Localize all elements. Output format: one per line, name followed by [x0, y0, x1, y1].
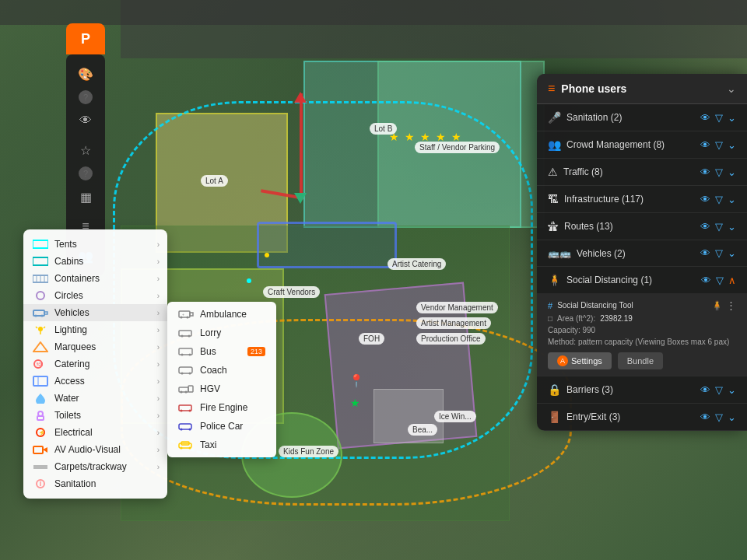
legend-arrow-toilets: ›: [157, 411, 160, 420]
social-eye-icon[interactable]: 👁: [701, 275, 711, 286]
crowd-eye-icon[interactable]: 👁: [700, 139, 710, 151]
svg-point-49: [189, 410, 191, 412]
sanitation-filter-icon[interactable]: ▽: [715, 112, 723, 124]
traffic-eye-icon[interactable]: 👁: [700, 166, 710, 178]
crowd-mgmt-icon: 👥: [548, 138, 561, 151]
vehicles-filter-icon[interactable]: ▽: [715, 247, 723, 259]
settings-button[interactable]: A Settings: [548, 352, 612, 369]
svg-rect-8: [44, 312, 47, 314]
submenu-ambulance[interactable]: + Ambulance: [167, 305, 276, 324]
logo-symbol: P: [81, 31, 90, 47]
traffic-expand-icon[interactable]: ⌄: [728, 166, 736, 178]
legend-item-toilets[interactable]: Toilets ›: [23, 407, 167, 424]
submenu-coach[interactable]: Coach: [167, 361, 276, 380]
submenu-police-car[interactable]: Police Car _: [167, 417, 276, 436]
vehicles-actions: 👁 ▽ ⌄: [700, 247, 736, 259]
bus-label: Bus: [200, 346, 216, 357]
legend-item-catering[interactable]: 🍽 Catering ›: [23, 355, 167, 373]
staff-vendor-label: Staff / Vendor Parking: [415, 142, 500, 153]
legend-item-tents[interactable]: Tents ›: [23, 236, 167, 253]
svg-rect-18: [33, 376, 47, 386]
panel-list-icon: ≡: [548, 82, 555, 96]
legend-label-toilets: Toilets: [54, 410, 81, 421]
lot-b-label: Lot B: [370, 123, 397, 135]
sub-more-icon[interactable]: ⋮: [726, 299, 736, 311]
sub-capacity-row: Capacity: 990: [548, 326, 736, 334]
sub-tool-actions: 🧍 ⋮: [711, 299, 736, 311]
svg-text:+: +: [182, 312, 184, 317]
legend-item-lighting[interactable]: Lighting ›: [23, 321, 167, 338]
social-distancing-icon: 🧍: [548, 274, 561, 286]
social-collapse-icon[interactable]: ∧: [728, 275, 736, 286]
legend-arrow-av: ›: [157, 446, 160, 454]
legend-arrow-access: ›: [157, 377, 160, 386]
svg-point-56: [189, 447, 191, 450]
submenu-hgv[interactable]: HGV: [167, 380, 276, 398]
entry-exit-filter-icon[interactable]: ▽: [715, 411, 723, 423]
star-toolbar-icon[interactable]: ☆: [72, 137, 99, 163]
infra-expand-icon[interactable]: ⌄: [728, 194, 736, 205]
legend-item-circles[interactable]: Circles ›: [23, 287, 167, 304]
bundle-button[interactable]: Bundle: [618, 352, 663, 369]
routes-filter-icon[interactable]: ▽: [715, 221, 723, 233]
traffic-label: ⚠ Traffic (8): [548, 166, 700, 178]
vehicles-expand-icon[interactable]: ⌄: [728, 247, 736, 259]
entry-exit-expand-icon[interactable]: ⌄: [728, 411, 736, 423]
help2-toolbar-icon[interactable]: ?: [79, 166, 93, 180]
grid-toolbar-icon[interactable]: ▦: [72, 184, 99, 210]
legend-label-access: Access: [54, 376, 85, 387]
routes-expand-icon[interactable]: ⌄: [728, 221, 736, 233]
legend-item-access[interactable]: Access ›: [23, 373, 167, 390]
legend-item-water[interactable]: Water ›: [23, 390, 167, 407]
submenu-bus[interactable]: Bus 213: [167, 342, 276, 361]
panel-collapse-icon[interactable]: ⌄: [727, 82, 736, 95]
legend-item-carpets[interactable]: Carpets/trackway ›: [23, 458, 167, 475]
vehicles-eye-icon[interactable]: 👁: [700, 247, 710, 259]
sub-area-icon: □: [548, 314, 552, 323]
svg-rect-30: [190, 313, 193, 316]
barriers-expand-icon[interactable]: ⌄: [728, 384, 736, 396]
svg-text:⚡: ⚡: [38, 429, 46, 436]
help-toolbar-icon[interactable]: ?: [79, 90, 93, 104]
vehicles-panel-icon: 🚌🚌: [548, 248, 571, 259]
submenu-taxi[interactable]: Taxi: [167, 436, 276, 454]
legend-item-vehicles[interactable]: Vehicles ›: [23, 304, 167, 321]
map-marker-red: 📍: [349, 373, 364, 388]
submenu-lorry[interactable]: Lorry: [167, 324, 276, 342]
vehicles-panel-label: 🚌🚌 Vehicles (2): [548, 248, 700, 259]
fire-engine-label: Fire Engine: [200, 402, 247, 413]
routes-eye-icon[interactable]: 👁: [700, 221, 710, 233]
infra-eye-icon[interactable]: 👁: [700, 194, 710, 205]
ambulance-label: Ambulance: [200, 309, 247, 320]
crowd-expand-icon[interactable]: ⌄: [728, 139, 736, 151]
palette-toolbar-icon[interactable]: 🎨: [72, 61, 99, 87]
entry-exit-eye-icon[interactable]: 👁: [700, 411, 710, 423]
sanitation-expand-icon[interactable]: ⌄: [728, 112, 736, 124]
legend-item-av[interactable]: AV Audio-Visual ›: [23, 441, 167, 458]
svg-point-10: [41, 315, 44, 317]
infra-filter-icon[interactable]: ▽: [715, 194, 723, 205]
panel-row-sanitation: 🎤 Sanitation (2) 👁 ▽ ⌄: [537, 104, 747, 131]
app-logo[interactable]: P: [66, 23, 105, 54]
svg-point-46: [185, 391, 188, 394]
bea-label: Bea...: [408, 424, 437, 436]
legend-item-marquees[interactable]: Marquees ›: [23, 338, 167, 355]
traffic-filter-icon[interactable]: ▽: [715, 166, 723, 178]
submenu-fire-engine[interactable]: Fire Engine: [167, 398, 276, 417]
crowd-filter-icon[interactable]: ▽: [715, 139, 723, 151]
eye-toolbar-icon[interactable]: 👁: [72, 107, 99, 134]
social-filter-icon[interactable]: ▽: [716, 275, 724, 286]
panel-row-traffic: ⚠ Traffic (8) 👁 ▽ ⌄: [537, 159, 747, 186]
barriers-eye-icon[interactable]: 👁: [700, 384, 710, 396]
legend-label-av: AV Audio-Visual: [54, 444, 121, 455]
barriers-filter-icon[interactable]: ▽: [715, 384, 723, 396]
crowd-mgmt-label: 👥 Crowd Management (8): [548, 138, 700, 151]
legend-label-electrical: Electrical: [54, 427, 93, 438]
legend-item-cabins[interactable]: Cabins ›: [23, 253, 167, 270]
right-panel-header: ≡ Phone users ⌄: [537, 74, 747, 104]
legend-item-electrical[interactable]: ⚡ Electrical ›: [23, 424, 167, 441]
kids-fun-zone-label: Kids Fun Zone: [279, 446, 338, 457]
sanitation-eye-icon[interactable]: 👁: [700, 112, 710, 124]
legend-item-sanitation[interactable]: Sanitation: [23, 475, 167, 492]
legend-item-containers[interactable]: Containers ›: [23, 270, 167, 287]
